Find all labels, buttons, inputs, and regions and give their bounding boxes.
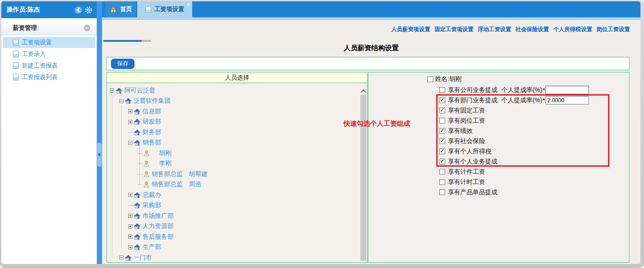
tree-node[interactable]: 研发部 xyxy=(107,117,359,128)
document-icon xyxy=(13,39,19,46)
tree-expander-icon[interactable] xyxy=(128,141,132,145)
tree-expander-icon[interactable] xyxy=(128,235,132,239)
tree-node-label: 胡刚 xyxy=(159,149,172,157)
rate-group: 个人提成率(%) * xyxy=(498,86,589,94)
salary-item-label: 享有计件工资 xyxy=(448,168,485,176)
tree-node-label: 市场推广部 xyxy=(142,212,174,220)
tree-node-person-name: 周浩 xyxy=(189,180,201,188)
salary-item-label: 享有个人业务提成 xyxy=(448,158,498,166)
tree-node-label: 销售部 xyxy=(142,139,161,147)
quick-settings-link[interactable]: 社会保险设置 xyxy=(516,26,549,33)
document-icon xyxy=(13,74,19,80)
department-icon xyxy=(134,108,141,115)
tree-node[interactable]: 市场推广部 xyxy=(107,211,359,221)
tree-expander-icon[interactable] xyxy=(128,224,132,228)
quick-settings-link[interactable]: 个人所得税设置 xyxy=(553,26,593,33)
tree-node[interactable]: 胡刚 xyxy=(107,148,359,159)
sidebar-item-label: 工资录入 xyxy=(22,50,46,58)
salary-item-checkbox[interactable] xyxy=(439,138,445,144)
collapse-back-icon[interactable] xyxy=(75,6,82,14)
salary-item-checkbox[interactable] xyxy=(439,97,445,103)
salary-item-checkbox[interactable] xyxy=(439,148,445,154)
tab-label: 工资项设置 xyxy=(154,5,185,13)
salary-item-checkbox[interactable] xyxy=(439,87,445,93)
tab-salary-item-settings[interactable]: 工资项设置 × xyxy=(137,1,192,17)
required-asterisk: * xyxy=(543,97,545,104)
department-icon xyxy=(115,87,122,94)
tree-expander-icon[interactable] xyxy=(128,120,132,124)
salary-item-label: 享有计时工资 xyxy=(448,178,485,186)
rate-input[interactable] xyxy=(545,96,589,104)
tree-expander-icon[interactable] xyxy=(110,88,114,92)
sidebar-item[interactable]: 新建工资报表 xyxy=(3,60,95,71)
tree-connector xyxy=(138,174,143,175)
tree-expander-icon[interactable] xyxy=(128,109,132,113)
quick-settings-link[interactable]: 浮动工资设置 xyxy=(478,26,511,33)
tree-node[interactable]: 李刚 xyxy=(107,159,359,169)
save-button[interactable]: 保存 xyxy=(111,59,134,69)
tree-node[interactable]: 生产部 xyxy=(107,242,359,253)
quick-settings-link[interactable]: 岗位工资设置 xyxy=(597,26,630,33)
tab-home[interactable]: 首页 xyxy=(105,1,137,17)
org-tree: 阿可云泛普 泛普软件集团 信息部 研发部 xyxy=(107,84,359,262)
quick-settings-link[interactable]: 人员薪资项设置 xyxy=(391,26,431,33)
tree-expander-icon[interactable] xyxy=(128,214,132,218)
tree-node[interactable]: 财务部 xyxy=(107,127,359,138)
sidebar: 操作员:陈杰 薪资管理 工资项设置 工资录入 xyxy=(1,1,97,264)
gear-icon[interactable] xyxy=(85,6,92,14)
tree-node[interactable]: 阿可云泛普 xyxy=(107,85,359,96)
tree-node[interactable]: 人力资源部 xyxy=(107,221,359,232)
salary-item-row: 享有公司业务提成 个人提成率(%) * xyxy=(439,85,589,95)
red-annotation: 快速勾选个人工资组成 xyxy=(344,120,410,128)
tree-connector xyxy=(138,164,143,164)
panel-collapse-icon[interactable] xyxy=(83,24,91,32)
sidebar-item-label: 工资报表列表 xyxy=(22,73,58,81)
tree-node-label: 生产部 xyxy=(142,243,161,251)
quick-settings-link[interactable]: 固定工资项设置 xyxy=(435,26,474,33)
required-asterisk: * xyxy=(543,87,545,94)
sidebar-item[interactable]: 工资报表列表 xyxy=(3,72,95,83)
scroll-up-icon[interactable] xyxy=(361,89,366,92)
salary-item-checkbox[interactable] xyxy=(439,159,445,164)
tree-node[interactable]: 销售部总监 周浩 xyxy=(107,180,359,190)
tree-connector xyxy=(128,205,134,206)
splitter-collapse-handle[interactable] xyxy=(97,143,102,167)
department-icon xyxy=(134,202,141,209)
salary-item-checkbox[interactable] xyxy=(439,189,445,195)
department-icon xyxy=(134,118,141,125)
sidebar-item[interactable]: 工资项设置 xyxy=(3,37,95,48)
salary-item-checkbox[interactable] xyxy=(439,169,445,175)
rate-input[interactable] xyxy=(545,86,589,94)
tree-node[interactable]: 信息部 xyxy=(107,106,359,117)
tree-node[interactable]: 售后服务部 xyxy=(107,232,359,242)
tree-node[interactable]: 销售部总监 胡帮建 xyxy=(107,169,359,180)
salary-item-checkbox[interactable] xyxy=(439,108,445,113)
tree-node[interactable]: 一门市 xyxy=(107,252,359,262)
tree-expander-icon[interactable] xyxy=(119,99,123,103)
tree-node[interactable]: 采购部 xyxy=(107,200,359,211)
tree-node-label: 总裁办 xyxy=(142,191,161,199)
sidebar-splitter xyxy=(97,1,102,264)
tree-expander-icon[interactable] xyxy=(128,193,132,197)
tree-expander-icon[interactable] xyxy=(128,245,132,249)
employee-name-checkbox[interactable] xyxy=(427,76,433,82)
loading-bar xyxy=(103,40,151,42)
salary-item-checkbox[interactable] xyxy=(439,118,445,124)
sidebar-item[interactable]: 工资录入 xyxy=(3,48,95,60)
tree-node-person-name: 胡帮建 xyxy=(189,170,208,178)
person-icon xyxy=(143,150,150,157)
department-icon xyxy=(134,129,141,136)
department-icon xyxy=(134,223,141,230)
salary-item-checkbox[interactable] xyxy=(439,179,445,185)
tree-node-label: 财务部 xyxy=(142,128,161,136)
salary-item-checkbox[interactable] xyxy=(439,128,445,134)
tree-node[interactable]: 销售部 xyxy=(107,138,359,148)
tab-close-icon[interactable]: × xyxy=(187,2,190,7)
salary-item-label: 享有绩效 xyxy=(448,127,473,135)
tree-expander-icon[interactable] xyxy=(119,256,123,260)
tree-node[interactable]: 泛普软件集团 xyxy=(107,96,359,107)
salary-item-row: 享有部门业务提成 个人提成率(%) * xyxy=(439,95,589,105)
document-icon xyxy=(13,62,19,69)
tree-node[interactable]: 总裁办 xyxy=(107,190,359,200)
tree-node-label: 售后服务部 xyxy=(142,233,174,241)
